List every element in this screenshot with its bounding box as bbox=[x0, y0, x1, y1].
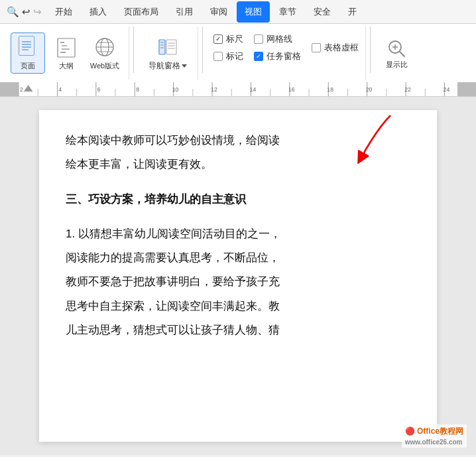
table-border-label: 表格虚框 bbox=[324, 42, 359, 54]
nav-pane-label-row: 导航窗格 bbox=[149, 60, 187, 72]
doc-para-1: 绘本阅读中教师可以巧妙创设情境，给阅读 bbox=[66, 130, 410, 151]
divider-3 bbox=[370, 27, 371, 73]
svg-text:24: 24 bbox=[444, 86, 450, 92]
ruler-checkbox-row[interactable]: 标尺 bbox=[213, 33, 243, 45]
nav-pane-button[interactable]: 导航窗格 bbox=[145, 33, 191, 74]
document-area: 绘本阅读中教师可以巧妙创设情境，给阅读 绘本更丰富，让阅读更有效。 三、巧设方案… bbox=[0, 97, 476, 455]
svg-text:10: 10 bbox=[172, 86, 179, 92]
task-pane-checkbox[interactable] bbox=[254, 52, 263, 61]
document-view-group: 页面 大纲 bbox=[4, 27, 129, 80]
ruler-right-margin bbox=[457, 82, 476, 97]
show-group: 标尺 标记 网格线 任务窗格 bbox=[207, 27, 366, 80]
ruler-scale: 2 4 6 8 10 12 14 16 18 bbox=[19, 82, 457, 97]
ruler-bar: 2 4 6 8 10 12 14 16 18 bbox=[0, 82, 476, 97]
nav-pane-label: 导航窗格 bbox=[149, 60, 180, 72]
nav-pane-caret-icon bbox=[182, 64, 187, 68]
zoom-group: 显示比 bbox=[375, 27, 418, 80]
watermark: 🔴 Office教程网 www.office26.com bbox=[402, 424, 467, 448]
task-pane-label: 任务窗格 bbox=[267, 50, 301, 62]
ruler-checkbox[interactable] bbox=[213, 34, 223, 44]
table-border-checkbox-row[interactable]: 表格虚框 bbox=[312, 42, 359, 54]
tab-page-layout[interactable]: 页面布局 bbox=[116, 1, 166, 23]
svg-text:22: 22 bbox=[404, 86, 411, 92]
tab-view[interactable]: 视图 bbox=[237, 1, 270, 23]
mark-checkbox[interactable] bbox=[213, 52, 223, 61]
tab-security[interactable]: 安全 bbox=[306, 1, 339, 23]
svg-text:14: 14 bbox=[250, 86, 257, 92]
redo-button[interactable]: ↪ bbox=[33, 6, 42, 18]
web-view-label: Web版式 bbox=[90, 61, 119, 71]
svg-text:6: 6 bbox=[97, 86, 101, 92]
watermark-icon: 🔴 bbox=[405, 426, 415, 436]
tab-open[interactable]: 开 bbox=[340, 1, 365, 23]
svg-marker-64 bbox=[24, 85, 33, 92]
doc-para-7: 教师不要急于把故事讲明白，要给予孩子充 bbox=[66, 271, 410, 293]
checkbox-col-2: 网格线 任务窗格 bbox=[254, 29, 301, 66]
doc-para-2: 绘本更丰富，让阅读更有效。 bbox=[66, 154, 410, 175]
doc-para-4 bbox=[66, 213, 410, 221]
ribbon-content: 页面 大纲 bbox=[0, 24, 476, 82]
svg-text:2: 2 bbox=[20, 86, 23, 92]
ribbon-wrapper: 🔍 ↩ ↪ 开始 插入 页面布局 引用 审阅 视图 章节 安全 开 bbox=[0, 0, 476, 82]
doc-para-8: 思考中自主探索，让阅读空间丰满起来。教 bbox=[66, 296, 410, 317]
document-text: 绘本阅读中教师可以巧妙创设情境，给阅读 绘本更丰富，让阅读更有效。 三、巧设方案… bbox=[66, 130, 410, 341]
svg-rect-7 bbox=[58, 38, 75, 57]
outline-view-button[interactable]: 大纲 bbox=[49, 33, 84, 74]
svg-text:18: 18 bbox=[327, 86, 333, 92]
svg-rect-21 bbox=[166, 40, 176, 54]
tab-chapter[interactable]: 章节 bbox=[271, 1, 304, 23]
zoom-label: 显示比 bbox=[386, 60, 408, 70]
zoom-buttons: 显示比 bbox=[381, 29, 412, 77]
document-page: 绘本阅读中教师可以巧妙创设情境，给阅读 绘本更丰富，让阅读更有效。 三、巧设方案… bbox=[39, 110, 437, 442]
svg-text:16: 16 bbox=[288, 86, 295, 92]
zoom-icon bbox=[385, 37, 408, 60]
grid-checkbox-row[interactable]: 网格线 bbox=[254, 33, 301, 45]
undo-button[interactable]: ↩ bbox=[22, 6, 30, 18]
nav-pane-group: 导航窗格 bbox=[138, 27, 198, 80]
divider-1 bbox=[133, 27, 134, 73]
svg-rect-17 bbox=[159, 40, 165, 54]
page-view-button[interactable]: 页面 bbox=[11, 33, 45, 74]
web-view-button[interactable]: Web版式 bbox=[88, 33, 122, 74]
web-view-icon bbox=[93, 36, 117, 60]
grid-checkbox[interactable] bbox=[254, 34, 263, 44]
nav-pane-icon bbox=[156, 35, 180, 59]
ruler-label: 标尺 bbox=[226, 33, 243, 45]
tab-start[interactable]: 开始 bbox=[47, 1, 80, 23]
tab-reference[interactable]: 引用 bbox=[168, 1, 201, 23]
ruler-left-margin bbox=[0, 82, 19, 97]
view-buttons: 页面 大纲 bbox=[11, 29, 122, 77]
checkbox-col-3: 表格虚框 bbox=[312, 38, 359, 58]
doc-para-3 bbox=[66, 178, 410, 186]
svg-line-26 bbox=[400, 52, 404, 56]
undo-redo-area: 🔍 ↩ ↪ bbox=[3, 6, 46, 18]
ruler-svg: 2 4 6 8 10 12 14 16 18 bbox=[19, 82, 457, 97]
doc-para-6: 阅读能力的提高需要认真思考，不断品位， bbox=[66, 247, 410, 269]
divider-2 bbox=[202, 27, 203, 73]
page-view-icon bbox=[16, 36, 40, 60]
tab-review[interactable]: 审阅 bbox=[202, 1, 235, 23]
outline-view-icon bbox=[54, 36, 78, 60]
svg-text:4: 4 bbox=[58, 86, 62, 92]
search-icon[interactable]: 🔍 bbox=[7, 6, 19, 18]
checkbox-columns: 标尺 标记 网格线 任务窗格 bbox=[213, 29, 359, 66]
outline-view-label: 大纲 bbox=[59, 61, 74, 71]
svg-text:8: 8 bbox=[136, 86, 139, 92]
table-border-checkbox[interactable] bbox=[312, 43, 321, 52]
svg-rect-6 bbox=[18, 38, 20, 53]
svg-rect-1 bbox=[19, 36, 34, 55]
task-pane-checkbox-row[interactable]: 任务窗格 bbox=[254, 50, 301, 62]
nav-buttons: 导航窗格 bbox=[145, 29, 191, 77]
watermark-url: www.office26.com bbox=[405, 438, 463, 446]
tab-bar: 🔍 ↩ ↪ 开始 插入 页面布局 引用 审阅 视图 章节 安全 开 bbox=[0, 0, 476, 24]
tab-insert[interactable]: 插入 bbox=[82, 1, 115, 23]
doc-para-5: 1. 以猜想丰富幼儿阅读空间活动目的之一， bbox=[66, 224, 410, 245]
mark-checkbox-row[interactable]: 标记 bbox=[213, 50, 243, 62]
mark-label: 标记 bbox=[226, 50, 243, 62]
checkbox-col-1: 标尺 标记 bbox=[213, 29, 243, 66]
page-view-label: 页面 bbox=[21, 61, 35, 71]
watermark-text: Office教程网 bbox=[417, 426, 463, 436]
zoom-button[interactable]: 显示比 bbox=[381, 33, 412, 74]
svg-text:20: 20 bbox=[366, 86, 373, 92]
doc-heading-1: 三、巧设方案，培养幼儿的自主意识 bbox=[66, 189, 410, 210]
